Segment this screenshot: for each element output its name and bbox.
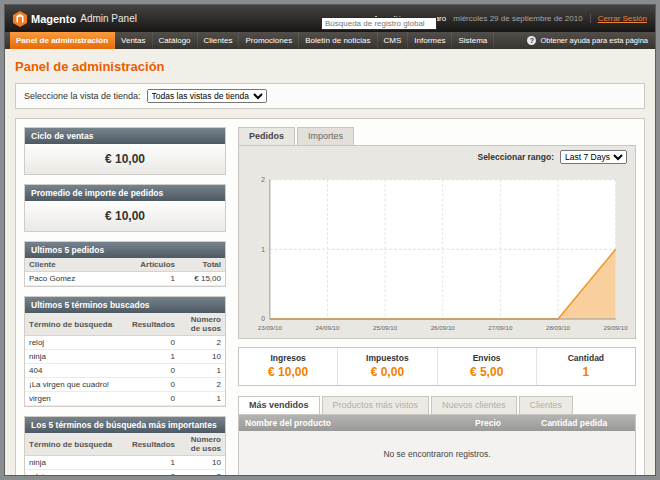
table-row[interactable]: virgen01 — [25, 392, 225, 406]
orders-chart: 23/09/1024/09/1025/09/1026/09/1027/09/10… — [245, 170, 629, 334]
table-row[interactable]: Paco Gomez1€ 15,00 — [25, 272, 225, 286]
table-cell: 10 — [179, 350, 225, 364]
column-header: Cliente — [25, 258, 133, 272]
panel-last-orders: Ultimos 5 pedidos ClienteArtículosTotalP… — [24, 241, 226, 287]
tab-mas-vendidos[interactable]: Más vendidos — [238, 396, 320, 414]
orders-chart-container: 23/09/1024/09/1025/09/1026/09/1027/09/10… — [239, 168, 635, 338]
nav-item-1[interactable]: Panel de administración — [10, 32, 115, 49]
table-cell: ¡La virgen que cuadro! — [25, 378, 128, 392]
page-title: Panel de administración — [15, 59, 645, 74]
column-header: Término de búsqueda — [25, 433, 128, 456]
table-cell: 404 — [25, 364, 128, 378]
panel-title: Ultimos 5 términos buscados — [25, 297, 225, 313]
panel-top-search-terms: Los 5 términos de búsqueda más important… — [24, 416, 226, 476]
table-cell: Paco Gomez — [25, 272, 133, 286]
nav-item-6[interactable]: Boletín de noticias — [299, 32, 377, 49]
total-impuestos: Impuestos€ 0,00 — [337, 348, 436, 385]
total-label: Impuestos — [338, 353, 436, 363]
range-label: Seleccionar rango: — [477, 152, 554, 162]
grid-column-header[interactable]: Cantidad pedida — [535, 415, 635, 431]
svg-text:26/09/10: 26/09/10 — [431, 324, 456, 331]
grid-column-header[interactable]: Nombre del producto — [239, 415, 469, 431]
store-view-select[interactable]: Todas las vistas de tienda — [147, 89, 267, 103]
tab-nuevos-clientes[interactable]: Nuevos clientes — [431, 396, 517, 414]
panel-title: Ultimos 5 pedidos — [25, 242, 225, 258]
table-row[interactable]: ¡La virgen que cuadro!02 — [25, 378, 225, 392]
tab-clientes[interactable]: Clientes — [519, 396, 574, 414]
nav-item-4[interactable]: Clientes — [198, 32, 240, 49]
dashboard-right-column: PedidosImportes Seleccionar rango: Last … — [238, 127, 636, 476]
table-cell: 1 — [179, 364, 225, 378]
magento-admin-window: Magento Admin Panel Accedió como aparo m… — [4, 4, 656, 476]
last-orders-table: ClienteArtículosTotalPaco Gomez1€ 15,00 — [25, 258, 225, 286]
magento-logo-icon — [13, 11, 27, 27]
svg-text:0: 0 — [261, 315, 265, 322]
table-cell: reloj — [25, 470, 128, 477]
total-envios: Envios€ 5,00 — [437, 348, 536, 385]
table-cell: 1 — [133, 272, 179, 286]
dashboard: Ciclo de ventas € 10,00 Promedio de impo… — [15, 118, 645, 476]
panel-lifetime-sales: Ciclo de ventas € 10,00 — [24, 127, 226, 175]
svg-text:29/09/10: 29/09/10 — [604, 324, 629, 331]
column-header: Número de usos — [179, 433, 225, 456]
help-link[interactable]: ? Obtener ayuda para esta página — [527, 32, 655, 49]
help-label: Obtener ayuda para esta página — [540, 36, 648, 45]
panel-average-orders: Promedio de importe de pedidos € 10,00 — [24, 184, 226, 232]
table-cell: 1 — [128, 456, 179, 470]
total-cantidad: Cantidad1 — [536, 348, 635, 385]
tab-productos-mas-vistos[interactable]: Productos más vistos — [322, 396, 430, 414]
total-value: 1 — [537, 365, 635, 379]
table-cell: € 15,00 — [179, 272, 225, 286]
column-header: Artículos — [133, 258, 179, 272]
svg-text:24/09/10: 24/09/10 — [315, 324, 340, 331]
bestsellers-table: Nombre del productoPrecioCantidad pedida — [239, 415, 635, 431]
tab-importes[interactable]: Importes — [297, 127, 354, 145]
table-cell: reloj — [25, 336, 128, 350]
average-orders-value: € 10,00 — [25, 201, 225, 231]
help-icon: ? — [527, 36, 536, 45]
grid-column-header[interactable]: Precio — [469, 415, 535, 431]
nav-item-9[interactable]: Sistema — [452, 32, 494, 49]
top-search-table: Término de búsquedaResultadosNúmero de u… — [25, 433, 225, 476]
table-cell: 1 — [179, 392, 225, 406]
magento-logo[interactable]: Magento Admin Panel — [13, 11, 137, 27]
nav-item-8[interactable]: Informes — [408, 32, 452, 49]
global-search-input[interactable] — [321, 17, 437, 30]
nav-item-7[interactable]: CMS — [378, 32, 409, 49]
table-cell: ninja — [25, 350, 128, 364]
global-search — [321, 12, 437, 30]
logo-subtitle: Admin Panel — [80, 13, 137, 24]
range-select[interactable]: Last 7 Days — [560, 150, 627, 164]
table-cell: 0 — [128, 378, 179, 392]
nav-item-3[interactable]: Catálogo — [153, 32, 198, 49]
table-cell: 2 — [179, 336, 225, 350]
column-header: Número de usos — [179, 313, 225, 336]
bestsellers-grid: Nombre del productoPrecioCantidad pedida… — [238, 414, 636, 476]
column-header: Total — [179, 258, 225, 272]
table-row[interactable]: reloj02 — [25, 470, 225, 477]
table-row[interactable]: 40401 — [25, 364, 225, 378]
table-row[interactable]: ninja110 — [25, 456, 225, 470]
table-row[interactable]: reloj02 — [25, 336, 225, 350]
panel-title: Los 5 términos de búsqueda más important… — [25, 417, 225, 433]
chart-panel: Seleccionar rango: Last 7 Days 23/09/102… — [238, 145, 636, 339]
total-label: Cantidad — [537, 353, 635, 363]
svg-text:27/09/10: 27/09/10 — [488, 324, 513, 331]
logout-link[interactable]: Cerrar Sesión — [590, 14, 647, 23]
content-area: Panel de administración Seleccione la vi… — [5, 49, 655, 476]
column-header: Término de búsqueda — [25, 313, 128, 336]
tab-pedidos[interactable]: Pedidos — [238, 127, 295, 145]
nav-item-2[interactable]: Ventas — [115, 32, 152, 49]
grid-header-row: Nombre del productoPrecioCantidad pedida — [239, 415, 635, 431]
table-cell: 0 — [128, 364, 179, 378]
table-row[interactable]: ninja110 — [25, 350, 225, 364]
column-header: Resultados — [128, 313, 179, 336]
svg-text:2: 2 — [261, 176, 265, 183]
svg-text:23/09/10: 23/09/10 — [258, 324, 283, 331]
nav-item-5[interactable]: Promociones — [239, 32, 299, 49]
dashboard-left-column: Ciclo de ventas € 10,00 Promedio de impo… — [24, 127, 226, 476]
main-nav: Panel de administraciónVentasCatálogoCli… — [5, 32, 494, 49]
svg-text:25/09/10: 25/09/10 — [373, 324, 398, 331]
bottom-tabs: Más vendidosProductos más vistosNuevos c… — [238, 396, 636, 414]
total-ingresos: Ingresos€ 10,00 — [239, 348, 337, 385]
